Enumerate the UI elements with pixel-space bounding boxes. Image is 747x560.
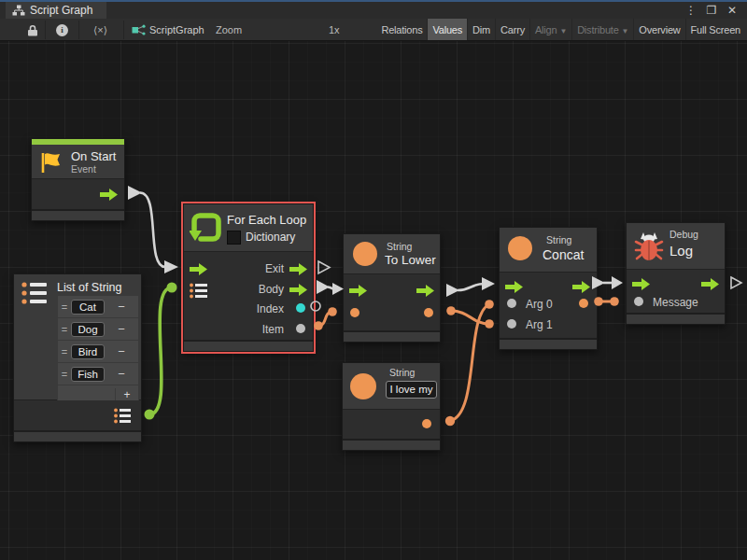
node-title: Concat [543,247,584,262]
string-type-icon [508,236,532,260]
distribute-label: Distribute [577,24,618,35]
remove-item-button[interactable]: − [105,300,138,314]
remove-item-button[interactable]: − [105,367,138,381]
relations-button[interactable]: Relations [376,19,427,41]
tab-bar: Script Graph ⋮ ❐ ✕ [0,0,747,19]
carry-button[interactable]: Carry [495,19,529,41]
drag-handle[interactable]: = [58,324,71,335]
list-item-row: = Bird − [58,341,138,363]
list-item-field[interactable]: Bird [71,344,105,359]
list-icon [21,281,48,306]
window-close-button[interactable]: ✕ [725,3,740,19]
window-menu-button[interactable]: ⋮ [684,3,698,19]
node-footer [14,430,141,441]
overview-button[interactable]: Overview [633,19,684,41]
index-out-port[interactable] [296,303,305,313]
list-add-row: + [58,385,138,400]
loop-icon [190,211,223,245]
hierarchy-icon [12,5,25,16]
node-title: To Lower [385,253,436,267]
flow-in-port[interactable] [349,285,367,297]
dropdown-arrow-icon: ▼ [559,27,567,35]
string-type-icon [350,373,376,399]
node-to-lower[interactable]: String To Lower [343,233,441,343]
node-footer [627,313,725,324]
align-button[interactable]: Align▼ [529,19,571,41]
info-icon[interactable] [56,24,68,36]
node-debug-log[interactable]: Debug Log Message [626,222,726,325]
flow-out-port[interactable] [572,281,590,293]
toolbar-separator [78,21,79,39]
string-out-port[interactable] [422,419,431,428]
dropdown-arrow-icon: ▼ [622,27,629,35]
node-on-start[interactable]: On Start Event [31,138,125,221]
list-item-field[interactable]: Fish [71,367,105,382]
values-button[interactable]: Values [427,19,467,41]
node-title: For Each Loop [227,213,306,227]
remove-item-button[interactable]: − [105,344,138,358]
flag-icon [38,151,63,175]
index-port-label: Index [228,302,284,315]
flow-in-port[interactable] [190,263,207,275]
flow-in-port[interactable] [632,278,650,290]
node-subtitle: Event [71,163,96,175]
node-category: Debug [669,229,698,240]
node-concat[interactable]: String Concat Arg 0 Arg 1 [499,227,598,350]
dictionary-label: Dictionary [246,231,295,244]
fullscreen-button[interactable]: Full Screen [685,19,745,41]
arg0-in-port[interactable] [507,299,516,308]
string-in-port[interactable] [350,308,359,317]
flow-out-port[interactable] [100,189,118,201]
node-footer [343,439,440,450]
arg1-in-port[interactable] [507,319,516,329]
list-item-row: = Dog − [58,318,138,341]
zoom-label: Zoom [216,24,242,35]
list-item-field[interactable]: Cat [71,300,105,315]
align-label: Align [535,24,557,35]
node-footer [500,338,597,349]
node-title: Log [669,243,693,259]
node-list-of-string[interactable]: List of String = Cat − = Dog − = Bird − … [13,273,142,442]
list-out-port[interactable] [114,408,132,424]
remove-item-button[interactable]: − [105,322,138,336]
message-in-port[interactable] [634,297,643,306]
flow-out-port[interactable] [701,278,719,290]
node-string-literal[interactable]: String I love my [342,362,441,451]
toolbar-separator [45,21,46,39]
exit-flow-out-port[interactable] [289,263,307,275]
flow-in-port[interactable] [505,281,523,293]
node-title: On Start [71,149,116,163]
distribute-button[interactable]: Distribute▼ [571,19,633,41]
node-category: String [546,234,571,245]
node-title: List of String [57,281,121,294]
drag-handle[interactable]: = [58,346,71,357]
collection-in-port[interactable] [190,283,208,299]
string-out-port[interactable] [579,299,588,308]
flow-out-port[interactable] [416,285,434,297]
bug-icon [634,231,664,262]
arg1-label: Arg 1 [526,318,553,331]
drag-handle[interactable]: = [58,301,71,313]
body-port-label: Body [228,283,284,296]
item-out-port[interactable] [296,324,305,333]
string-out-port[interactable] [424,308,433,317]
drag-handle[interactable]: = [58,369,71,380]
node-footer [344,330,440,342]
node-category: String [387,241,412,252]
graph-icon [132,24,146,36]
list-item-row: = Cat − [58,296,138,318]
lock-icon[interactable] [27,24,38,36]
toolbar-separator [123,21,124,39]
dictionary-checkbox[interactable] [227,231,241,245]
toolbar-buttons: Relations Values Dim Carry Align▼ Distri… [376,19,745,41]
code-view-icon[interactable]: ⟨×⟩ [93,24,107,36]
dim-button[interactable]: Dim [467,19,495,41]
window-maximize-button[interactable]: ❐ [704,3,719,19]
zoom-value: 1x [329,24,340,35]
node-for-each-loop[interactable]: For Each Loop Dictionary Exit Body Index… [183,203,314,352]
message-label: Message [653,296,698,309]
body-flow-out-port[interactable] [289,284,307,296]
list-item-field[interactable]: Dog [71,322,105,337]
string-value-field[interactable]: I love my [386,381,437,399]
tab-script-graph[interactable]: Script Graph [6,2,106,19]
